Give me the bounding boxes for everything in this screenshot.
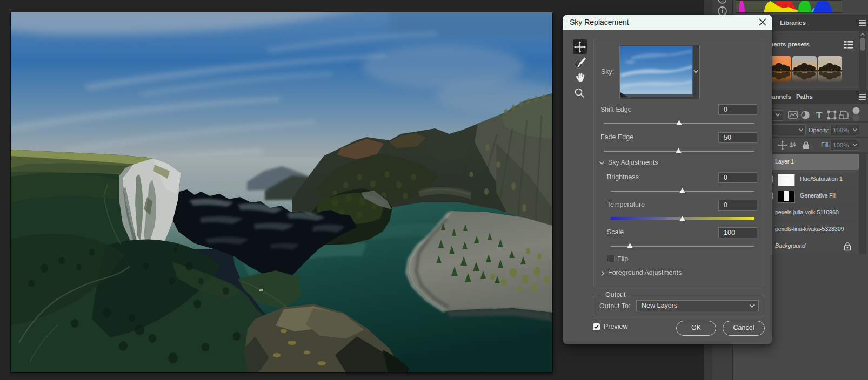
svg-text:T: T xyxy=(816,110,823,120)
